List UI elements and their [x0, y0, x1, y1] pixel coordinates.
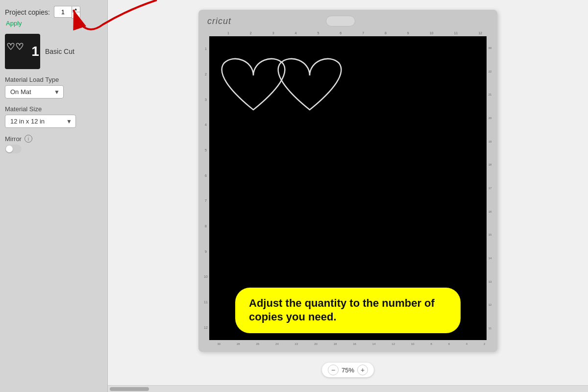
material-load-wrapper: On Mat Without Mat ▼	[5, 85, 64, 98]
apply-link[interactable]: Apply	[6, 20, 102, 27]
tick-11: 11	[454, 31, 458, 35]
mat-handle	[326, 16, 355, 26]
zoom-bar: − 75% +	[322, 363, 374, 377]
zoom-level: 75%	[342, 367, 354, 374]
tick-6: 6	[340, 31, 342, 35]
ruler-bottom: 30 28 26 24 22 20 18 16 14 12 10 8 6 4 2	[209, 340, 493, 348]
copies-down-button[interactable]: ▼	[72, 12, 80, 18]
mat-number: 1	[31, 44, 39, 59]
side-tick-6: 6	[205, 174, 207, 177]
mat-header: cricut	[202, 14, 493, 29]
hearts-design-icon	[214, 46, 361, 169]
side-tick-4: 4	[205, 123, 207, 126]
mat-item-row: 1 Basic Cut	[5, 34, 102, 69]
cricut-logo: cricut	[207, 16, 231, 26]
material-size-section: Material Size 12 in x 12 in 12 in x 24 i…	[5, 105, 102, 128]
annotation-text: Adjust the quantity to the number of cop…	[249, 297, 435, 323]
ruler-top: 1 2 3 4 5 6 7 8 9 10 11 12	[209, 29, 493, 36]
material-size-wrapper: 12 in x 12 in 12 in x 24 in Custom ▼	[5, 115, 76, 128]
project-copies-row: Project copies: ▲ ▼	[5, 6, 102, 19]
mirror-info-icon[interactable]: i	[24, 135, 32, 143]
ruler-top-ticks: 1 2 3 4 5 6 7 8 9 10 11 12	[209, 31, 493, 35]
thumbnail-hearts-icon	[6, 42, 31, 61]
mirror-label: Mirror	[5, 135, 22, 143]
material-load-select[interactable]: On Mat Without Mat	[5, 85, 64, 98]
ruler-right: 00 22 21 20 19 18 17 16 15 14 13 12 11	[487, 36, 493, 340]
tick-3: 3	[272, 31, 274, 35]
material-load-section: Material Load Type On Mat Without Mat ▼	[5, 76, 102, 98]
copies-up-button[interactable]: ▲	[72, 6, 80, 12]
scrollbar-area[interactable]	[108, 385, 588, 392]
tick-7: 7	[362, 31, 364, 35]
project-copies-section: Project copies: ▲ ▼ Apply	[5, 6, 102, 27]
side-tick-3: 3	[205, 98, 207, 101]
zoom-in-button[interactable]: +	[357, 365, 368, 375]
mirror-section: Mirror i	[5, 135, 102, 153]
side-tick-7: 7	[205, 199, 207, 202]
tick-5: 5	[317, 31, 319, 35]
tick-2: 2	[250, 31, 252, 35]
side-tick-2: 2	[205, 73, 207, 76]
tick-8: 8	[385, 31, 387, 35]
material-load-label: Material Load Type	[5, 76, 102, 83]
tick-12: 12	[478, 31, 482, 35]
mat-thumbnail: 1	[5, 34, 40, 69]
mirror-toggle[interactable]	[5, 145, 22, 153]
tick-1: 1	[227, 31, 229, 35]
project-copies-label: Project copies:	[5, 8, 50, 16]
main-content: cricut 1 2 3 4 5 6 7 8	[108, 0, 588, 392]
side-tick-5: 5	[205, 148, 207, 152]
side-tick-1: 1	[205, 47, 207, 50]
material-size-label: Material Size	[5, 105, 102, 113]
scrollbar-thumb[interactable]	[110, 387, 149, 391]
tick-4: 4	[295, 31, 297, 35]
side-tick-9: 9	[205, 250, 207, 253]
ruler-left: 1 2 3 4 5 6 7 8 9 10 11 12	[202, 29, 209, 340]
side-tick-11: 11	[204, 300, 208, 304]
annotation-box: Adjust the quantity to the number of cop…	[235, 288, 461, 333]
mat-cut-label: Basic Cut	[45, 48, 74, 55]
side-tick-8: 8	[205, 224, 207, 228]
toggle-knob	[6, 146, 13, 152]
top-tick-labels: 1 2 3 4 5 6 7 8 9 10 11 12	[217, 31, 492, 35]
side-tick-12: 12	[204, 326, 208, 329]
tick-9: 9	[407, 31, 409, 35]
material-size-select[interactable]: 12 in x 12 in 12 in x 24 in Custom	[5, 115, 76, 128]
side-tick-10: 10	[204, 275, 208, 278]
mirror-row: Mirror i	[5, 135, 102, 143]
sidebar: Project copies: ▲ ▼ Apply 1 Basic Cut Ma…	[0, 0, 108, 392]
tick-10: 10	[430, 31, 434, 35]
zoom-out-button[interactable]: −	[328, 365, 339, 375]
copies-input[interactable]	[54, 6, 72, 18]
